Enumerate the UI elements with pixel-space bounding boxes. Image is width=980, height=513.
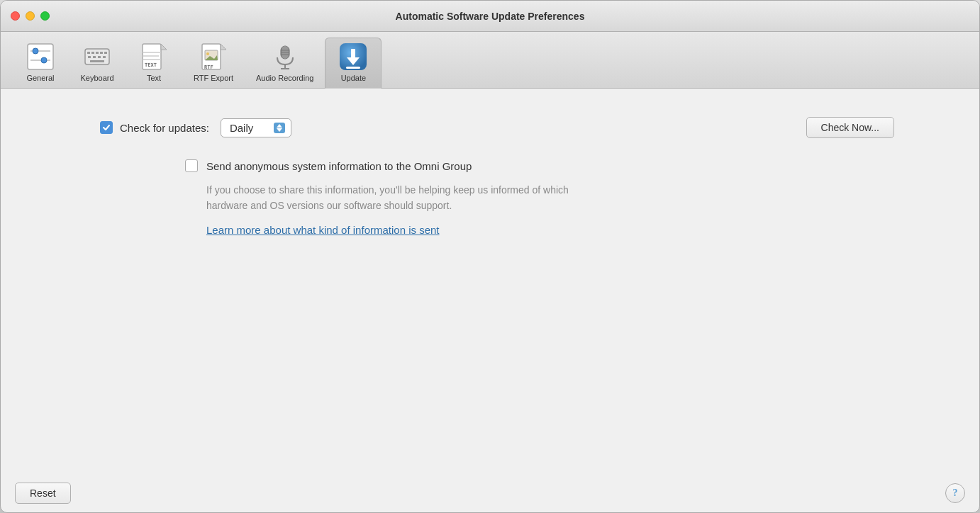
- tab-rtf-export[interactable]: RTF RTF Export: [182, 38, 245, 88]
- svg-rect-13: [98, 56, 101, 58]
- svg-rect-0: [28, 44, 53, 69]
- anon-section: Send anonymous system information to the…: [185, 159, 937, 236]
- bottom-bar: Reset ?: [1, 474, 979, 512]
- svg-marker-23: [221, 44, 226, 50]
- help-button[interactable]: ?: [945, 483, 965, 503]
- svg-text:TEXT: TEXT: [145, 62, 157, 68]
- update-icon: [339, 43, 367, 71]
- svg-rect-9: [100, 52, 103, 54]
- svg-rect-8: [96, 52, 99, 54]
- rtf-icon-svg: RTF: [200, 43, 227, 70]
- check-updates-row: Check for updates: Daily Check Now...: [100, 117, 937, 138]
- main-content: Check for updates: Daily Check Now... Se…: [1, 89, 979, 474]
- svg-rect-6: [87, 52, 90, 54]
- frequency-dropdown[interactable]: Daily: [221, 118, 291, 137]
- audio-recording-icon: [271, 43, 299, 71]
- check-now-area: Check Now...: [806, 117, 894, 138]
- general-icon-svg: [27, 43, 54, 70]
- svg-point-25: [206, 52, 209, 55]
- tab-general-label: General: [26, 74, 54, 82]
- window-title: Automatic Software Update Preferences: [396, 11, 585, 22]
- tab-update[interactable]: Update: [325, 38, 382, 89]
- keyboard-icon-svg: [84, 43, 111, 70]
- svg-rect-11: [88, 56, 91, 58]
- svg-rect-15: [90, 60, 104, 62]
- svg-rect-12: [93, 56, 96, 58]
- audio-icon-svg: [272, 43, 299, 70]
- maximize-button[interactable]: [40, 11, 50, 21]
- preferences-window: Automatic Software Update Preferences Ge…: [0, 0, 980, 513]
- anon-checkbox[interactable]: [185, 159, 198, 172]
- anon-learn-more-link[interactable]: Learn more about what kind of informatio…: [206, 224, 937, 236]
- tab-update-label: Update: [341, 74, 366, 82]
- title-bar: Automatic Software Update Preferences: [1, 1, 979, 32]
- reset-button[interactable]: Reset: [15, 483, 71, 504]
- tab-general[interactable]: General: [12, 38, 69, 88]
- traffic-lights: [11, 11, 50, 21]
- svg-point-4: [41, 57, 47, 63]
- check-now-button[interactable]: Check Now...: [806, 117, 894, 138]
- keyboard-icon: [83, 43, 111, 71]
- text-icon: TEXT: [140, 43, 168, 71]
- tab-keyboard-label: Keyboard: [80, 74, 113, 82]
- checkmark-icon: [102, 123, 111, 132]
- tab-audio-recording[interactable]: Audio Recording: [245, 38, 325, 88]
- minimize-button[interactable]: [26, 11, 35, 21]
- frequency-value: Daily: [230, 122, 269, 134]
- dropdown-arrows-icon: [274, 123, 285, 133]
- svg-text:RTF: RTF: [204, 64, 213, 70]
- svg-rect-14: [103, 56, 106, 58]
- arrow-down-icon: [277, 128, 282, 132]
- svg-marker-17: [161, 44, 167, 50]
- text-icon-svg: TEXT: [140, 43, 167, 70]
- anon-checkbox-row: Send anonymous system information to the…: [185, 159, 937, 172]
- svg-rect-36: [351, 49, 355, 59]
- toolbar: General Keyboa: [1, 32, 979, 89]
- tab-text-label: Text: [147, 74, 161, 82]
- check-updates-checkbox-wrapper[interactable]: Check for updates:: [100, 121, 209, 134]
- svg-rect-38: [346, 67, 360, 69]
- check-updates-label: Check for updates:: [120, 122, 209, 134]
- rtf-export-icon: RTF: [199, 43, 228, 71]
- close-button[interactable]: [11, 11, 20, 21]
- svg-point-2: [33, 48, 38, 54]
- anon-description: If you choose to share this information,…: [206, 182, 603, 214]
- tab-audio-recording-label: Audio Recording: [256, 74, 313, 82]
- svg-rect-7: [91, 52, 94, 54]
- update-icon-svg: [340, 43, 367, 70]
- tab-text[interactable]: TEXT Text: [126, 38, 182, 88]
- svg-rect-10: [104, 52, 107, 54]
- tab-keyboard[interactable]: Keyboard: [69, 38, 126, 88]
- arrow-up-icon: [277, 124, 282, 128]
- tab-rtf-export-label: RTF Export: [194, 74, 233, 82]
- anon-label: Send anonymous system information to the…: [206, 160, 472, 172]
- general-icon: [26, 43, 55, 71]
- check-updates-checkbox[interactable]: [100, 121, 113, 134]
